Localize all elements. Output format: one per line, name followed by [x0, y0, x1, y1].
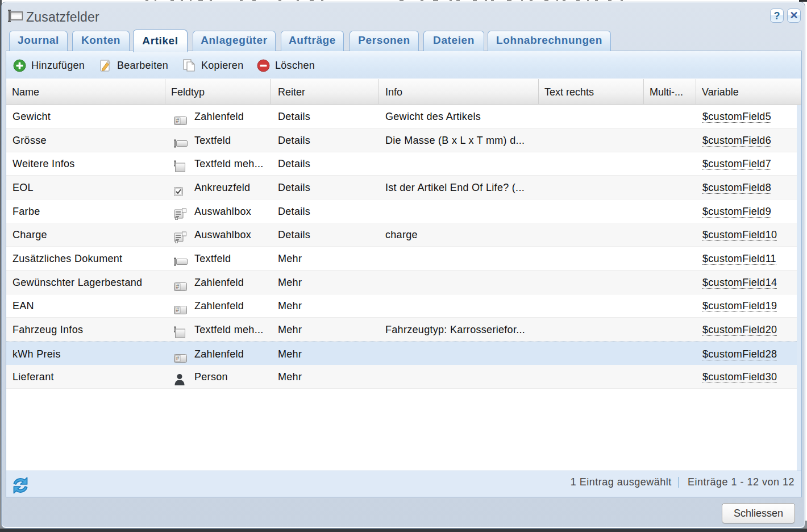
svg-text:#: #	[176, 284, 180, 290]
svg-text:#: #	[176, 307, 180, 313]
svg-text:#: #	[176, 355, 180, 361]
svg-text:#: #	[176, 118, 180, 124]
